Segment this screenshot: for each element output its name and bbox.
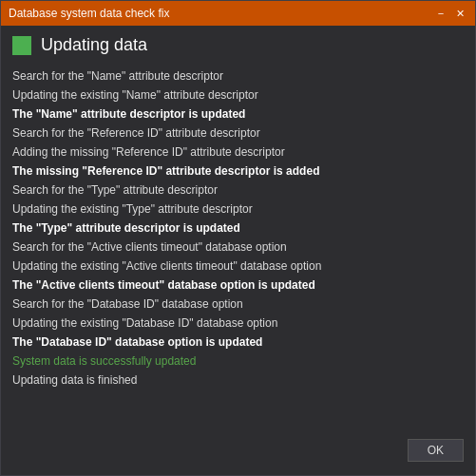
log-line: Search for the "Database ID" database op… xyxy=(12,295,460,314)
log-line: The "Type" attribute descriptor is updat… xyxy=(12,219,460,238)
log-line: The "Database ID" database option is upd… xyxy=(12,333,460,352)
window-title: Database system data check fix xyxy=(9,7,169,20)
log-line: Updating the existing "Name" attribute d… xyxy=(12,86,460,105)
log-line: Updating the existing "Database ID" data… xyxy=(12,314,460,333)
log-line: Adding the missing "Reference ID" attrib… xyxy=(12,143,460,162)
title-bar-controls: − ✕ xyxy=(433,6,467,21)
log-line: Search for the "Name" attribute descript… xyxy=(12,67,460,86)
log-area[interactable]: Search for the "Name" attribute descript… xyxy=(12,67,464,431)
log-line: Search for the "Type" attribute descript… xyxy=(12,181,460,200)
log-line: Search for the "Reference ID" attribute … xyxy=(12,124,460,143)
log-line: Updating the existing "Type" attribute d… xyxy=(12,200,460,219)
log-line: System data is successfully updated xyxy=(12,352,460,371)
status-icon xyxy=(12,36,31,55)
log-line: Search for the "Active clients timeout" … xyxy=(12,238,460,257)
minimize-button[interactable]: − xyxy=(433,6,448,21)
header-section: Updating data xyxy=(12,35,464,55)
log-line: Updating data is finished xyxy=(12,371,460,390)
content-area: Updating data Search for the "Name" attr… xyxy=(1,26,475,475)
header-title: Updating data xyxy=(41,35,147,55)
footer: OK xyxy=(12,431,464,466)
ok-button[interactable]: OK xyxy=(408,439,464,462)
log-line: The "Name" attribute descriptor is updat… xyxy=(12,105,460,124)
log-line: The missing "Reference ID" attribute des… xyxy=(12,162,460,181)
log-line: Updating the existing "Active clients ti… xyxy=(12,257,460,276)
close-button[interactable]: ✕ xyxy=(452,6,467,21)
main-window: Database system data check fix − ✕ Updat… xyxy=(0,0,476,476)
title-bar: Database system data check fix − ✕ xyxy=(1,1,475,26)
log-line: The "Active clients timeout" database op… xyxy=(12,276,460,295)
